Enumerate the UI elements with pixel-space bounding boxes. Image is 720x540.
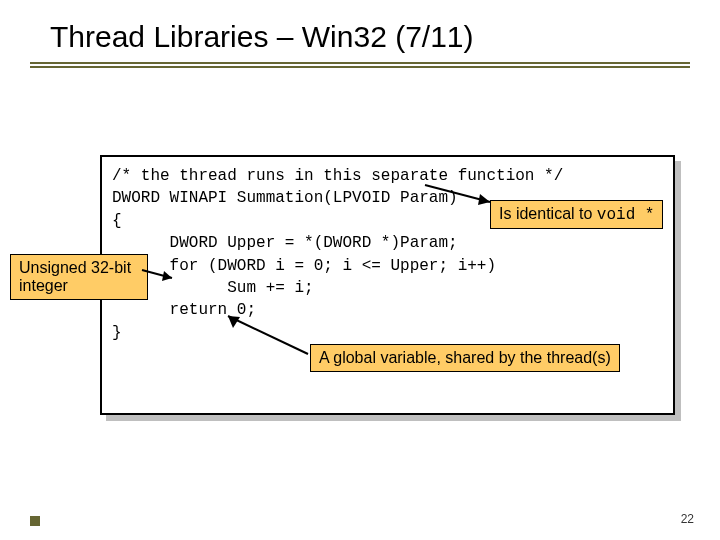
callout-text: A global variable, shared by the thread(…: [319, 349, 611, 366]
callout-text: Is identical to: [499, 205, 597, 222]
code-line: DWORD Upper = *(DWORD *)Param;: [112, 232, 663, 254]
code-line: Sum += i;: [112, 277, 663, 299]
callout-unsigned-int: Unsigned 32-bit integer: [10, 254, 148, 300]
page-number: 22: [681, 512, 694, 526]
code-block: /* the thread runs in this separate func…: [100, 155, 675, 415]
code-line: }: [112, 322, 663, 344]
callout-text: Unsigned 32-bit integer: [19, 259, 139, 294]
footer-marker: [30, 516, 40, 526]
callout-global-var: A global variable, shared by the thread(…: [310, 344, 620, 372]
callout-void-ptr: Is identical to void *: [490, 200, 663, 229]
code-line: return 0;: [112, 299, 663, 321]
page-title: Thread Libraries – Win32 (7/11): [0, 0, 720, 62]
title-divider: [30, 62, 690, 72]
code-line: /* the thread runs in this separate func…: [112, 165, 663, 187]
code-line: for (DWORD i = 0; i <= Upper; i++): [112, 255, 663, 277]
callout-code: void *: [597, 206, 655, 224]
